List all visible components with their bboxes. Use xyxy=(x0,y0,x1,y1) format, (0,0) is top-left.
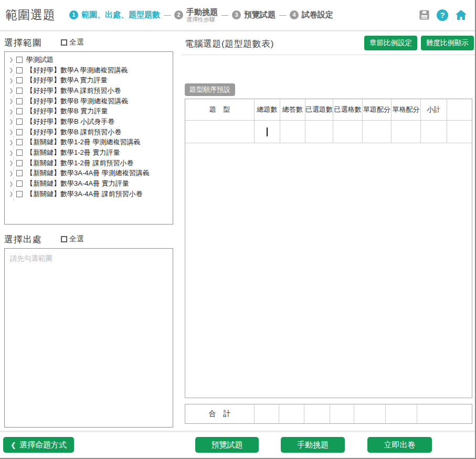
step-4-label: 試卷設定 xyxy=(302,10,333,20)
back-to-question-mode-button[interactable]: ❮ 選擇命題方式 xyxy=(3,437,74,453)
question-panel-title: 電腦選題(題型題數表) xyxy=(185,38,274,50)
step-1-label: 範圍、出處、題型題數 xyxy=(81,10,160,20)
expand-chevron-icon[interactable]: ❯ xyxy=(7,140,15,145)
table-input-cell[interactable] xyxy=(333,121,362,143)
tree-item[interactable]: ❯【新關鍵】數學3A-4A冊 實力評量 xyxy=(7,178,173,189)
manual-pick-button[interactable]: 手動挑題 xyxy=(281,437,345,453)
expand-chevron-icon[interactable]: ❯ xyxy=(7,57,15,62)
expand-chevron-icon[interactable]: ❯ xyxy=(7,88,15,93)
expand-chevron-icon[interactable]: ❯ xyxy=(7,78,15,83)
tree-item-label[interactable]: 【好好學】數學A 實力評量 xyxy=(26,76,108,85)
table-input-cell[interactable] xyxy=(391,121,420,143)
source-select-all[interactable]: 全選 xyxy=(61,234,84,244)
text-caret xyxy=(267,127,268,136)
tree-item[interactable]: ❯【好好學】數學B 課前預習小卷 xyxy=(7,127,173,137)
tree-item[interactable]: ❯【新關鍵】數學3A-4A冊 課前預習小卷 xyxy=(7,189,173,199)
tree-item-label[interactable]: 【新關鍵】數學3A-4A冊 學測總複習講義 xyxy=(26,168,150,178)
tree-item-checkbox[interactable] xyxy=(16,129,23,135)
expand-chevron-icon[interactable]: ❯ xyxy=(7,98,15,104)
range-select-all[interactable]: 全選 xyxy=(61,38,84,47)
step-4-paper-settings[interactable]: 4 試卷設定 xyxy=(290,10,333,20)
tree-item-checkbox[interactable] xyxy=(16,77,23,83)
expand-chevron-icon[interactable]: ❯ xyxy=(7,170,15,176)
tree-item[interactable]: ❯學測試題 xyxy=(7,55,173,65)
table-input-cell[interactable] xyxy=(420,121,447,143)
column-header xyxy=(447,99,472,120)
tree-item[interactable]: ❯【好好學】數學A 學測總複習講義 xyxy=(7,65,173,76)
column-header: 已選題數 xyxy=(305,99,333,120)
totals-cell xyxy=(354,404,385,423)
tree-item[interactable]: ❯【新關鍵】數學1-2冊 課前預習小卷 xyxy=(7,158,173,168)
tree-item-label[interactable]: 【新關鍵】數學3A-4A冊 課前預習小卷 xyxy=(26,189,143,199)
expand-chevron-icon[interactable]: ❯ xyxy=(7,160,15,166)
tree-item-checkbox[interactable] xyxy=(16,67,23,73)
tree-item-label[interactable]: 【好好學】數學B 實力評量 xyxy=(26,106,108,116)
chapter-ratio-button[interactable]: 章節比例設定 xyxy=(364,36,417,50)
tree-item-label[interactable]: 【好好學】數學B 小試身手卷 xyxy=(26,117,114,126)
tree-item-label[interactable]: 學測試題 xyxy=(26,55,54,65)
tree-item-checkbox[interactable] xyxy=(16,57,23,63)
tree-item-label[interactable]: 【新關鍵】數學1-2冊 學測總複習講義 xyxy=(26,137,140,147)
expand-chevron-icon[interactable]: ❯ xyxy=(7,67,15,73)
tree-item-label[interactable]: 【新關鍵】數學1-2冊 課前預習小卷 xyxy=(26,158,133,168)
expand-chevron-icon[interactable]: ❯ xyxy=(7,191,15,197)
tree-item-label[interactable]: 【好好學】數學A 學測總複習講義 xyxy=(26,66,128,75)
type-order-preset-button[interactable]: 題型順序預設 xyxy=(185,83,235,96)
question-panel-header: 電腦選題(題型題數表) 章節比例設定 難度比例顯示 xyxy=(185,36,474,50)
expand-chevron-icon[interactable]: ❯ xyxy=(7,129,15,135)
difficulty-ratio-button[interactable]: 難度比例顯示 xyxy=(421,36,474,50)
tree-item[interactable]: ❯【好好學】數學B 小試身手卷 xyxy=(7,116,173,127)
tree-item-checkbox[interactable] xyxy=(16,150,23,156)
tree-item[interactable]: ❯【好好學】數學B 學測總複習講義 xyxy=(7,96,173,106)
tree-item-label[interactable]: 【新關鍵】數學1-2冊 實力評量 xyxy=(26,148,120,157)
tree-item-checkbox[interactable] xyxy=(16,160,23,166)
tree-item-label[interactable]: 【好好學】數學B 學測總複習講義 xyxy=(26,97,128,106)
tree-item-checkbox[interactable] xyxy=(16,191,23,197)
table-input-cell[interactable] xyxy=(185,121,254,143)
table-input-cell[interactable] xyxy=(254,121,280,143)
tree-item[interactable]: ❯【新關鍵】數學1-2冊 實力評量 xyxy=(7,147,173,158)
page-title: 範圍選題 xyxy=(5,7,56,23)
question-type-table: 題 型總題數總答數已選題數已選格數單題配分單格配分小計 xyxy=(185,99,472,398)
totals-cell xyxy=(304,404,330,423)
tree-item[interactable]: ❯【好好學】數學A 課前預習小卷 xyxy=(7,86,173,96)
tree-item-checkbox[interactable] xyxy=(16,180,23,187)
expand-chevron-icon[interactable]: ❯ xyxy=(7,181,15,187)
tree-item[interactable]: ❯【新關鍵】數學1-2冊 學測總複習講義 xyxy=(7,137,173,148)
tree-item[interactable]: ❯【新關鍵】數學3A-4A冊 學測總複習講義 xyxy=(7,168,173,179)
expand-chevron-icon[interactable]: ❯ xyxy=(7,119,15,124)
table-input-cell[interactable] xyxy=(305,121,333,143)
tree-item[interactable]: ❯【好好學】數學A 實力評量 xyxy=(7,75,173,86)
step-separator: — xyxy=(279,11,286,19)
range-select-all-checkbox[interactable] xyxy=(61,39,67,46)
home-icon[interactable] xyxy=(454,8,468,22)
tree-item-label[interactable]: 【好好學】數學A 課前預習小卷 xyxy=(26,86,121,95)
tree-item-checkbox[interactable] xyxy=(16,119,23,125)
column-header: 已選格數 xyxy=(333,99,362,120)
tree-item-checkbox[interactable] xyxy=(16,108,23,114)
column-header: 題 型 xyxy=(185,99,254,120)
expand-chevron-icon[interactable]: ❯ xyxy=(7,150,15,156)
tree-item-label[interactable]: 【新關鍵】數學3A-4A冊 實力評量 xyxy=(26,179,129,188)
tree-item-checkbox[interactable] xyxy=(16,170,23,176)
table-input-cell[interactable] xyxy=(447,121,472,143)
column-header: 總答數 xyxy=(280,99,305,120)
help-icon[interactable]: ? xyxy=(437,9,448,21)
table-input-cell[interactable] xyxy=(362,121,391,143)
tree-item[interactable]: ❯【好好學】數學B 實力評量 xyxy=(7,106,173,116)
expand-chevron-icon[interactable]: ❯ xyxy=(7,109,15,114)
source-select-all-checkbox[interactable] xyxy=(61,236,67,242)
tree-item-checkbox[interactable] xyxy=(16,88,23,94)
step-2-manual-pick[interactable]: 2 手動挑題 選擇性步驟 xyxy=(174,7,218,23)
step-3-badge: 3 xyxy=(232,10,241,19)
tree-item-checkbox[interactable] xyxy=(16,98,23,104)
table-input-cell[interactable] xyxy=(280,121,305,143)
preview-questions-button[interactable]: 預覽試題 xyxy=(195,437,259,453)
generate-paper-button[interactable]: 立即出卷 xyxy=(367,437,432,453)
step-1-range[interactable]: 1 範圍、出處、題型題數 xyxy=(69,10,160,20)
tree-item-label[interactable]: 【好好學】數學B 課前預習小卷 xyxy=(26,127,121,137)
ratio-buttons: 章節比例設定 難度比例顯示 xyxy=(364,36,474,50)
save-icon[interactable] xyxy=(418,9,430,21)
tree-item-checkbox[interactable] xyxy=(16,139,23,145)
step-3-preview[interactable]: 3 預覽試題 xyxy=(232,10,276,20)
